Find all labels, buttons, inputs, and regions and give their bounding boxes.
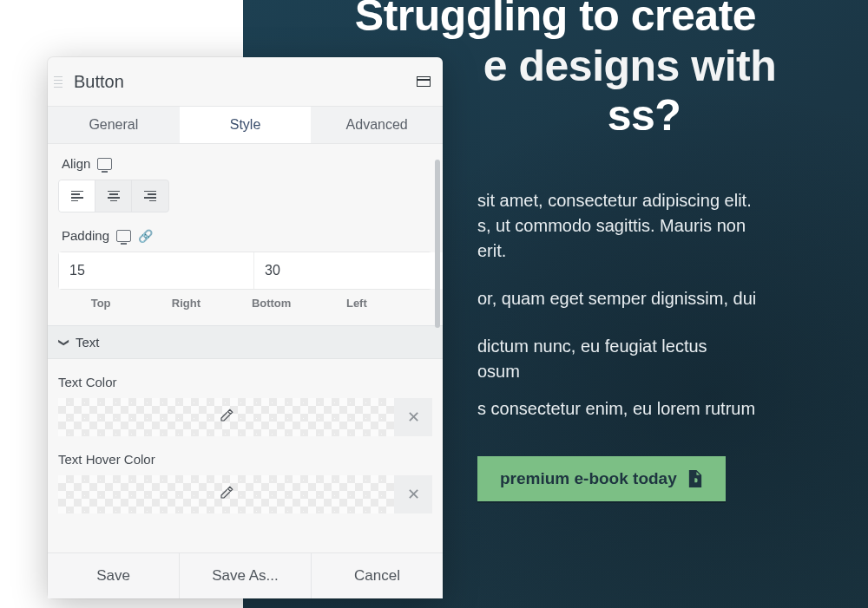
drag-handle-icon[interactable] bbox=[49, 76, 67, 88]
align-label: Align bbox=[62, 156, 90, 171]
close-icon: ✕ bbox=[407, 485, 420, 504]
align-left-button[interactable] bbox=[59, 180, 95, 212]
padding-label: Padding bbox=[62, 228, 109, 243]
tab-general[interactable]: General bbox=[48, 107, 180, 143]
align-buttons bbox=[58, 180, 169, 212]
tab-advanced[interactable]: Advanced bbox=[311, 107, 443, 143]
panel-tabs: General Style Advanced bbox=[48, 106, 443, 144]
align-center-icon bbox=[108, 191, 120, 201]
link-values-icon[interactable]: 🔗 bbox=[138, 229, 153, 243]
panel-footer: Save Save As... Cancel bbox=[48, 552, 443, 598]
responsive-icon[interactable] bbox=[116, 230, 131, 242]
cancel-button[interactable]: Cancel bbox=[312, 553, 443, 598]
text-hover-color-clear-button[interactable]: ✕ bbox=[394, 475, 432, 513]
text-color-clear-button[interactable]: ✕ bbox=[394, 398, 432, 436]
align-right-icon bbox=[144, 191, 156, 201]
align-center-button[interactable] bbox=[95, 180, 132, 212]
text-color-picker[interactable] bbox=[58, 398, 394, 436]
text-color-label: Text Color bbox=[58, 375, 432, 389]
responsive-icon[interactable] bbox=[97, 158, 112, 170]
text-hover-color-label: Text Hover Color bbox=[58, 452, 432, 467]
text-hover-color-picker[interactable] bbox=[58, 475, 394, 513]
panel-body: Align Padding 🔗 px bbox=[48, 144, 443, 552]
text-accordion: ❯ Text Text Color ✕ Text Hover Color ✕ bbox=[48, 325, 443, 522]
page-whitespace bbox=[0, 0, 243, 52]
settings-panel: Button General Style Advanced Align Padd… bbox=[48, 57, 443, 598]
align-right-button[interactable] bbox=[132, 180, 168, 212]
save-button[interactable]: Save bbox=[48, 553, 180, 598]
save-as-button[interactable]: Save As... bbox=[180, 553, 312, 598]
pdf-icon bbox=[687, 470, 703, 487]
cta-label: premium e-book today bbox=[500, 469, 677, 488]
panel-title: Button bbox=[74, 72, 417, 92]
align-left-icon bbox=[71, 191, 83, 201]
padding-top-input[interactable] bbox=[59, 252, 254, 289]
align-section: Align bbox=[58, 156, 432, 212]
download-ebook-button[interactable]: premium e-book today bbox=[477, 456, 726, 501]
scrollbar-thumb[interactable] bbox=[435, 160, 440, 328]
eyedropper-icon bbox=[219, 408, 234, 427]
chevron-down-icon: ❯ bbox=[58, 338, 70, 347]
text-accordion-title: Text bbox=[76, 335, 100, 350]
close-icon: ✕ bbox=[407, 408, 420, 427]
padding-right-input[interactable] bbox=[254, 252, 443, 289]
text-accordion-header[interactable]: ❯ Text bbox=[48, 325, 443, 359]
padding-sublabels: Top Right Bottom Left bbox=[58, 297, 432, 310]
eyedropper-icon bbox=[219, 485, 234, 504]
padding-section: Padding 🔗 px Top Right Bottom Left bbox=[58, 228, 432, 310]
panel-header[interactable]: Button bbox=[48, 57, 443, 106]
tab-style[interactable]: Style bbox=[180, 107, 312, 143]
window-mode-icon[interactable] bbox=[417, 76, 431, 87]
